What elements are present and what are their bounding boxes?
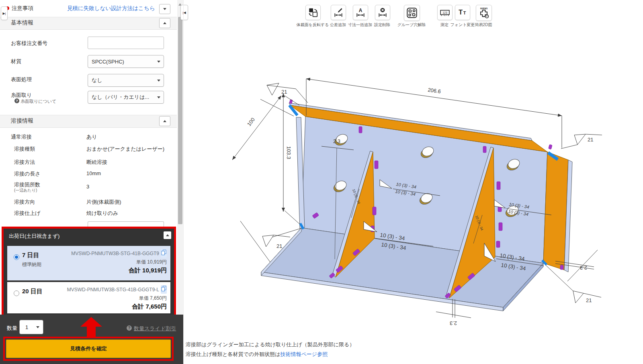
simple-2d-icon: 6VIEWS: [478, 7, 490, 19]
total-price-value: 7,650円: [145, 303, 167, 310]
welding-row-label: 溶接仕上げ: [14, 210, 40, 217]
chamfer-select[interactable]: なし（バリ・カエリは...: [88, 91, 164, 104]
flip-faces-button[interactable]: [305, 5, 321, 20]
setting-delete-button[interactable]: [375, 5, 390, 20]
dim-depth-label: 100: [246, 117, 256, 127]
welding-row-value: 断続溶接: [86, 159, 107, 166]
chevron-down-icon: [157, 61, 160, 64]
tool-label: 寸法一括追加: [348, 22, 372, 28]
total-price-value: 10,919円: [142, 267, 167, 274]
shipping-collapse-button[interactable]: [164, 231, 171, 239]
pane-collapse-button[interactable]: |◀: [180, 5, 188, 20]
radio-20days[interactable]: [14, 290, 19, 296]
pane-expand-button[interactable]: ▶|: [1, 6, 8, 20]
weld-flag-label: 21: [586, 297, 592, 303]
shipping-panel: 出荷日(土日祝含まず) 7 日目 標準納期 MVSWD-PNMUTW3B-STG…: [2, 227, 176, 317]
part-number: MVSWD-PNMUTW3B-STG-41B-GGGT9-L: [67, 287, 159, 292]
shipping-option-20days[interactable]: 20 日目 MVSWD-PNMUTW3B-STG-41B-GGGT9-L 単価 …: [7, 282, 170, 313]
svg-text:T: T: [459, 8, 463, 16]
welding-row-label: 溶接方向: [14, 198, 35, 206]
unit-price-value: 7,650円: [150, 295, 167, 301]
total-price-label: 合計: [132, 303, 144, 310]
dim-width-label: 206.6: [427, 87, 441, 94]
copy-icon[interactable]: [161, 249, 167, 258]
3d-viewport[interactable]: 206.6 103.3 100 2.3 2.3 2.3 21 21 21 21 …: [217, 48, 643, 331]
weld-flag-label: 21: [281, 89, 287, 95]
copy-icon[interactable]: [161, 285, 167, 294]
chevron-up-icon: [163, 119, 166, 122]
welding-row-value: 焼け取りのみ: [86, 210, 118, 217]
design-guide-link[interactable]: 見積に失敗しない設計方法はこちら: [67, 5, 155, 12]
welding-row-label: 溶接方法: [14, 159, 35, 166]
chevron-down-icon: [36, 326, 39, 330]
thickness-top-label: 2.3: [333, 138, 340, 144]
shipping-title: 出荷日(土日祝含まず): [9, 233, 59, 240]
chevron-down-icon: [163, 8, 166, 12]
basic-info-title: 基本情報: [11, 19, 33, 27]
measure-button[interactable]: 123: [437, 5, 453, 20]
surface-select[interactable]: なし: [88, 74, 164, 87]
unit-price-value: 10,919円: [147, 259, 167, 265]
shipping-option-7days[interactable]: 7 日目 標準納期 MVSWD-PNMUTW3B-STG-41B-GGGT9 単…: [7, 246, 170, 280]
chevron-up-icon: [166, 233, 169, 236]
dimension-batch-add-button[interactable]: A: [353, 5, 368, 20]
quote-sidebar: 注意事項 見積に失敗しない設計方法はこちら 基本情報 お客様注文番号 材質 SP…: [0, 0, 183, 364]
scrollbar-thumb[interactable]: [178, 17, 182, 224]
tech-info-link[interactable]: 技術情報ページ参照: [281, 351, 328, 357]
tolerance-add-button[interactable]: [331, 5, 346, 20]
sidebar-scrollbar[interactable]: [177, 0, 183, 315]
welding-row-label: 通常溶接: [11, 133, 32, 141]
material-select[interactable]: SPCC(SPHC): [88, 55, 164, 68]
quantity-value: 1: [25, 324, 28, 330]
discount-help-icon[interactable]: [127, 325, 132, 331]
radio-7days[interactable]: [14, 254, 19, 260]
confirm-quote-button[interactable]: 見積条件を確定: [6, 339, 171, 358]
chamfer-help-link[interactable]: 糸面取りについて: [20, 98, 56, 104]
option-days: 7 日目: [22, 252, 39, 259]
welding-row-value: おまかせ(アークまたはレーザー): [86, 145, 164, 153]
notice-label: 注意事項: [12, 5, 33, 12]
group-hole-release-icon: [406, 7, 418, 18]
tool-label: 測定: [440, 22, 448, 28]
tool-label: 公差追加: [330, 22, 346, 28]
chamfer-label: 糸面取り: [11, 92, 32, 99]
setting-delete-icon: [377, 7, 388, 18]
chamfer-value: なし（バリ・カエリは...: [92, 94, 149, 101]
dim-height-label: 103.3: [286, 146, 292, 160]
order-number-input[interactable]: [88, 37, 164, 49]
welding-row-value: あり: [86, 133, 97, 141]
welding-row-label: 溶接種類: [14, 145, 35, 153]
quantity-select[interactable]: 1: [19, 320, 43, 334]
weld-flag-label: 21: [276, 243, 282, 249]
chevron-up-icon: [163, 20, 166, 24]
option-days: 20 日目: [22, 288, 43, 295]
font-change-button[interactable]: T T: [455, 5, 470, 20]
simple-2d-button[interactable]: 6VIEWS: [476, 5, 492, 21]
basic-info-collapse-button[interactable]: [159, 18, 170, 28]
dimension-batch-add-icon: A: [355, 7, 366, 18]
tool-label: フォント変更: [451, 22, 475, 28]
material-value: SPCC(SPHC): [92, 59, 124, 65]
welding-row-value: 3: [86, 184, 89, 190]
tolerance-add-icon: [333, 7, 344, 18]
chamfer-help-icon[interactable]: [14, 98, 19, 103]
surface-label: 表面処理: [11, 76, 32, 83]
quantity-label: 数量: [7, 325, 17, 332]
tool-label: 設定削除: [374, 22, 390, 28]
views-badge: 6VIEWS: [480, 8, 488, 10]
tool-label: グループ穴解除: [397, 22, 426, 28]
quantity-discount-link[interactable]: 数量スライド割引: [134, 325, 176, 332]
material-label: 材質: [11, 58, 21, 65]
tool-label: 体裁面を反転する: [297, 22, 329, 28]
part-number: MVSWD-PNMUTW3B-STG-41B-GGGT9: [71, 251, 159, 256]
confirm-button-highlight: 見積条件を確定: [3, 337, 174, 361]
thickness-bottom-label: 2.3: [450, 320, 457, 326]
group-hole-release-button[interactable]: [404, 5, 420, 21]
svg-text:123: 123: [442, 11, 447, 14]
notice-collapse-button[interactable]: [159, 4, 170, 14]
welding-info-collapse-button[interactable]: [159, 116, 170, 126]
weld-finish-note: 溶接部はグラインダー加工による焼け取り仕上げ（製品外形部に限る）: [186, 341, 354, 348]
total-price-label: 合計: [129, 267, 141, 274]
app-window: 注意事項 見積に失敗しない設計方法はこちら 基本情報 お客様注文番号 材質 SP…: [0, 0, 643, 364]
font-change-icon: T T: [457, 7, 468, 18]
